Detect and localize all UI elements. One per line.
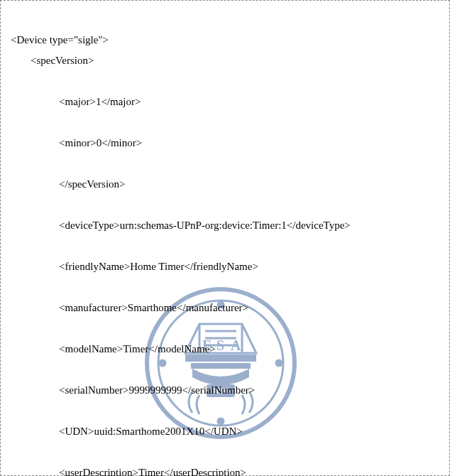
code-line: <major>1</major> [11,92,439,112]
code-line: <modelName>Timer</modelName> [11,339,439,359]
document-page: E S A 1896 <Device type="sigle"> <specVe… [0,0,450,476]
code-line: <specVersion> [11,50,439,71]
code-line: <deviceType>urn:schemas-UPnP-org:device:… [11,215,439,236]
code-line: <Device type="sigle"> [11,34,109,45]
code-line: <minor>0</minor> [11,133,439,153]
xml-code-block: <Device type="sigle"> <specVersion> <maj… [1,1,449,476]
code-line: <UDN>uuid:Smarthome2001X10</UDN> [11,421,439,442]
code-line: </specVersion> [11,174,439,195]
code-line: <friendlyName>Home Timer</friendlyName> [11,256,439,277]
code-line: <userDescription>Timer</userDescription> [11,463,439,476]
code-line: <serialNumber>9999999999</serialNumber> [11,380,439,401]
code-line: <manufacturer>Smarthome</manufacturer> [11,298,439,318]
